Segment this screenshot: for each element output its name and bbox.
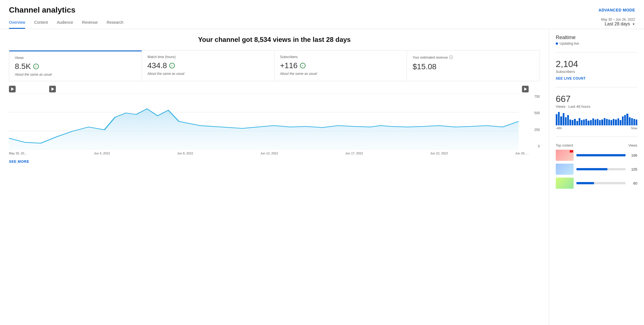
mini-bar-item bbox=[626, 114, 628, 126]
mini-bar-item bbox=[601, 120, 603, 125]
mini-bar-item bbox=[574, 119, 576, 125]
list-item[interactable]: 60 bbox=[556, 178, 637, 189]
mini-bar-item bbox=[595, 120, 596, 125]
date-selector[interactable]: May 30 – Jun 26, 2022 Last 28 days ▼ bbox=[601, 18, 635, 29]
tabs-row: Overview Content Audience Revenue Resear… bbox=[0, 17, 644, 29]
advanced-mode-button[interactable]: ADVANCED MODE bbox=[598, 8, 635, 12]
thumbnail-flag-1: 🇹🇷 bbox=[570, 150, 573, 152]
content-bar-bg-3 bbox=[576, 182, 626, 184]
metric-label-subscribers: Subscribers bbox=[280, 55, 401, 59]
metric-sublabel-subscribers: About the same as usual bbox=[280, 72, 401, 76]
mini-bar-item bbox=[569, 120, 571, 125]
mini-bar-item bbox=[624, 115, 626, 125]
date-selector-main: Last 28 days ▼ bbox=[605, 21, 635, 27]
top-content-views-header: Views bbox=[628, 144, 637, 147]
video-marker-2[interactable] bbox=[49, 86, 56, 92]
x-label-0: May 30, 20... bbox=[9, 152, 27, 155]
views-48h-label: Views · Last 48 hours bbox=[556, 104, 637, 109]
chart-x-labels: May 30, 20... Jun 4, 2022 Jun 8, 2022 Ju… bbox=[9, 152, 540, 155]
content-bar-2 bbox=[576, 168, 626, 170]
mini-bar-item bbox=[599, 120, 601, 125]
video-marker-3[interactable] bbox=[522, 86, 529, 92]
check-icon-subscribers: ✓ bbox=[300, 63, 306, 68]
tab-revenue[interactable]: Revenue bbox=[82, 17, 98, 29]
metric-card-revenue[interactable]: Your estimated revenue ⓘ $15.08 bbox=[407, 51, 540, 81]
metric-sublabel-watchtime: About the same as usual bbox=[147, 72, 269, 76]
list-item[interactable]: 🇹🇷 166 bbox=[556, 150, 637, 161]
live-dot-icon bbox=[556, 42, 558, 45]
mini-bar-item bbox=[583, 120, 585, 125]
realtime-section: Realtime Updating live bbox=[556, 35, 637, 52]
info-icon[interactable]: ⓘ bbox=[449, 55, 453, 60]
channel-summary: Your channel got 8,534 views in the last… bbox=[9, 36, 540, 44]
mini-bar-item bbox=[615, 120, 617, 125]
metric-card-watchtime[interactable]: Watch time (hours) 434.8 ✓ About the sam… bbox=[142, 51, 275, 81]
see-live-count-button[interactable]: SEE LIVE COUNT bbox=[556, 77, 586, 80]
sidebar: Realtime Updating live 2,104 Subscribers… bbox=[549, 29, 644, 325]
list-item[interactable]: 105 bbox=[556, 164, 637, 175]
realtime-title: Realtime bbox=[556, 35, 576, 40]
metric-value-revenue: $15.08 bbox=[412, 62, 534, 71]
play-icon-3 bbox=[524, 87, 527, 91]
video-marker-1[interactable] bbox=[9, 86, 16, 92]
mini-bar-item bbox=[617, 118, 619, 126]
video-markers-row bbox=[9, 86, 540, 92]
mini-bar-item bbox=[597, 119, 598, 125]
metric-card-subscribers[interactable]: Subscribers +116 ✓ About the same as usu… bbox=[275, 51, 407, 81]
tab-content[interactable]: Content bbox=[34, 17, 48, 29]
see-more-button[interactable]: SEE MORE bbox=[9, 159, 29, 164]
x-label-1: Jun 4, 2022 bbox=[94, 152, 110, 155]
x-label-6: Jun 26, ... bbox=[515, 152, 529, 155]
x-label-5: Jun 22, 2022 bbox=[430, 152, 448, 155]
mini-bar-item bbox=[565, 117, 567, 126]
metric-label-watchtime: Watch time (hours) bbox=[147, 55, 269, 59]
metric-sublabel-views: About the same as usual bbox=[15, 73, 136, 77]
metric-label-views: Views bbox=[15, 56, 136, 60]
x-label-3: Jun 13, 2022 bbox=[260, 152, 278, 155]
mini-bar-item bbox=[613, 119, 614, 125]
mini-bar-item bbox=[631, 118, 633, 126]
content-bar-3 bbox=[576, 182, 626, 184]
metric-value-watchtime: 434.8 ✓ bbox=[147, 61, 269, 70]
subscribers-section: 2,104 Subscribers SEE LIVE COUNT bbox=[556, 59, 637, 87]
main-content: Your channel got 8,534 views in the last… bbox=[0, 29, 549, 325]
content-bar-fill-2 bbox=[576, 168, 607, 170]
chart-area: 750 500 250 0 May 30, 20... Jun 4, 2022 … bbox=[9, 81, 540, 168]
tab-audience[interactable]: Audience bbox=[57, 17, 73, 29]
x-label-2: Jun 8, 2022 bbox=[177, 152, 193, 155]
metric-value-subscribers: +116 ✓ bbox=[280, 61, 401, 70]
thumbnail-3 bbox=[556, 178, 574, 189]
tab-research[interactable]: Research bbox=[107, 17, 123, 29]
metric-card-views[interactable]: Views 8.5K ✓ About the same as usual bbox=[9, 51, 142, 81]
content-bar-fill-1 bbox=[576, 154, 626, 156]
chart-label-left: -48h bbox=[556, 126, 562, 130]
content-bar-bg-1 bbox=[576, 154, 626, 156]
metric-value-views: 8.5K ✓ bbox=[15, 62, 136, 71]
top-content-label: Top content bbox=[556, 144, 573, 147]
tabs-container: Overview Content Audience Revenue Resear… bbox=[9, 17, 123, 29]
mini-bar-item bbox=[567, 115, 569, 125]
main-layout: Your channel got 8,534 views in the last… bbox=[0, 29, 644, 325]
tab-overview[interactable]: Overview bbox=[9, 17, 25, 29]
mini-bar-item bbox=[576, 121, 578, 125]
mini-bar-item bbox=[604, 118, 605, 126]
y-label-500: 500 bbox=[534, 111, 540, 115]
content-views-2: 105 bbox=[628, 167, 637, 171]
mini-bar-item bbox=[563, 113, 564, 126]
y-label-750: 750 bbox=[534, 95, 540, 99]
mini-bar-item bbox=[608, 120, 610, 125]
mini-bar-item bbox=[585, 119, 587, 125]
content-views-3: 60 bbox=[628, 181, 637, 185]
x-label-4: Jun 17, 2022 bbox=[345, 152, 363, 155]
content-bar-1 bbox=[576, 154, 626, 156]
y-label-250: 250 bbox=[534, 128, 540, 132]
mini-bar-item bbox=[633, 119, 635, 125]
mini-chart-labels: -48h Now bbox=[556, 126, 637, 130]
mini-bar-item bbox=[560, 116, 562, 125]
top-content-header: Top content Views bbox=[556, 144, 637, 147]
live-label: Updating live bbox=[560, 42, 579, 46]
chevron-down-icon: ▼ bbox=[632, 23, 635, 26]
chart-y-labels: 750 500 250 0 bbox=[529, 94, 540, 149]
live-indicator: Updating live bbox=[556, 42, 637, 46]
page-title: Channel analytics bbox=[9, 6, 75, 15]
